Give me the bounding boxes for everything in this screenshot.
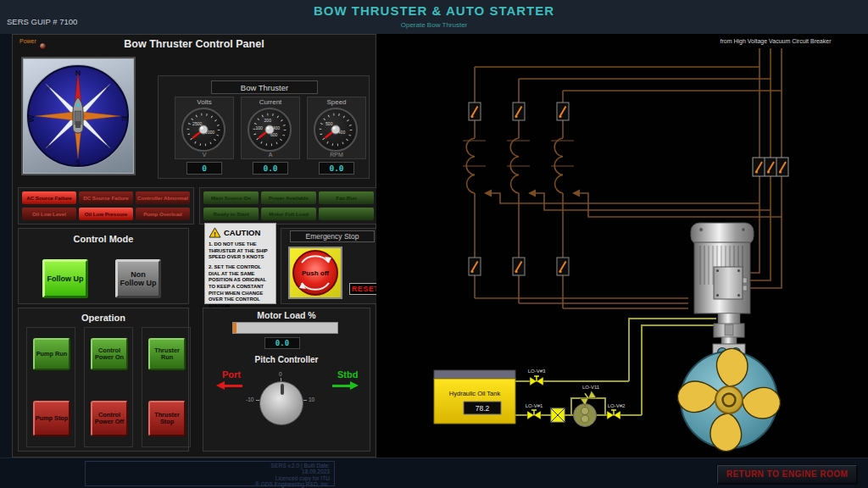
speed-gauge-label: Speed	[308, 98, 365, 106]
control-power-off-button[interactable]: Control Power Off	[91, 401, 128, 436]
caution-item-2: 2. SET THE CONTROL DIAL AT THE SAME POSI…	[209, 264, 272, 310]
gauge-group-title: Bow Thruster	[211, 80, 318, 94]
valve-lo-v1[interactable]: LO-V#1	[526, 403, 543, 419]
thruster-run-button[interactable]: Thruster Run	[148, 338, 186, 370]
breaker-icon	[557, 103, 569, 120]
control-mode-title: Control Mode	[19, 234, 188, 244]
valve-lo-v11-label: LO-V11	[582, 385, 600, 390]
lamp-power-available: Power Available	[261, 191, 316, 204]
motor-load-box: Motor Load % 0.0 Pitch Controller Port S…	[203, 308, 370, 452]
lamp-dc-source-failure: DC Source Failure	[79, 191, 133, 204]
non-follow-up-button[interactable]: Non Follow Up	[115, 259, 161, 298]
breaker-icon	[557, 258, 569, 275]
caution-title: CAUTION	[224, 228, 260, 237]
pitch-controller-title: Pitch Controller	[203, 355, 370, 364]
emergency-stop-box: Emergency Stop Push off RESET	[281, 228, 383, 304]
compass-s: S	[75, 158, 81, 167]
tank-level-value: 78.2	[476, 404, 490, 413]
breakers-upper	[469, 103, 569, 120]
build-info-line: Licenced copy for ITU	[90, 475, 330, 481]
screen: SERS GUIP # 7100 BOW THRUSTER & AUTO STA…	[0, 0, 868, 488]
valve-lo-v3[interactable]: LO-V#3	[528, 369, 546, 385]
volts-gauge-label: Volts	[175, 98, 233, 106]
operation-box: Operation Pump Run Pump Stop Control Pow…	[18, 308, 189, 452]
current-tick: 200	[264, 118, 272, 123]
control-power-on-button[interactable]: Control Power On	[91, 338, 128, 370]
control-mode-box: Control Mode Follow Up Non Follow Up	[18, 228, 189, 304]
page-title: BOW THRUSTER & AUTO STARTER	[0, 3, 868, 18]
header-bar: SERS GUIP # 7100 BOW THRUSTER & AUTO STA…	[0, 0, 868, 34]
bow-thruster-control-panel: Power Bow Thruster Control Panel	[12, 34, 376, 458]
current-gauge-label: Current	[242, 98, 299, 106]
speed-unit: RPM	[308, 152, 365, 158]
breaker-icon	[469, 258, 481, 275]
gauge-group: Bow Thruster Volts 2500 1000 V	[158, 75, 370, 179]
stbd-arrow-icon	[332, 385, 354, 387]
emergency-stop-button[interactable]: Push off	[292, 250, 338, 296]
current-readout: 0.0	[253, 162, 288, 175]
speed-tick: 500	[326, 121, 333, 126]
lamp-oil-low-pressure: Oil Low Pressure	[79, 208, 133, 220]
breaker-icon	[513, 103, 525, 120]
operation-title: Operation	[19, 313, 188, 323]
page-subtitle: Operate Bow Thruster	[0, 21, 868, 29]
hydraulic-oil-tank: Hydraulic Oil Tank 78.2	[434, 370, 515, 424]
valve-lo-v3-label: LO-V#3	[528, 369, 546, 374]
speed-gauge: Speed 500 400 RPM	[307, 97, 366, 159]
breakers-lower	[469, 258, 569, 275]
motor-load-readout: 0.0	[264, 337, 300, 349]
pump-stop-button[interactable]: Pump Stop	[33, 401, 70, 436]
speed-dial: 500 400	[314, 108, 358, 152]
system-diagram: from High Voltage Vacuum Circuit Breaker	[376, 34, 868, 458]
ship-icon	[73, 97, 83, 133]
lamp-ready-to-start: Ready to Start	[203, 208, 259, 220]
pump-column: Pump Run Pump Stop	[26, 327, 75, 447]
pitch-scale-zero: 0	[279, 371, 282, 377]
follow-up-button[interactable]: Follow Up	[42, 259, 88, 298]
hv-source-label: from High Voltage Vacuum Circuit Breaker	[721, 38, 832, 45]
motor-load-bar	[232, 322, 338, 334]
tank-label: Hydraulic Oil Tank	[449, 390, 501, 397]
lamp-main-source-on: Main Source On	[203, 191, 259, 204]
pump-run-button[interactable]: Pump Run	[33, 338, 70, 370]
oil-pump-icon	[574, 404, 597, 427]
valve-lo-v2[interactable]: LO-V#2	[607, 403, 626, 419]
compass: N S W E NE SE SW NW	[21, 57, 136, 175]
return-to-engine-room-button[interactable]: RETURN TO ENGINE ROOM	[716, 464, 858, 485]
compass-e: E	[120, 116, 129, 121]
caution-notice: ! CAUTION 1. DO NOT USE THE THRUSTER AT …	[204, 223, 276, 304]
compass-w: W	[27, 114, 36, 122]
port-arrow-icon	[220, 385, 242, 387]
build-info-line: ® GDS Engineering R&D, Inc.	[90, 481, 330, 487]
build-info-line: 18.09.2023	[90, 469, 330, 474]
lamp-ac-source-failure: AC Source Failure	[22, 191, 76, 204]
thruster-stop-button[interactable]: Thruster Stop	[148, 401, 186, 436]
lamp-spare	[319, 208, 374, 220]
propeller	[677, 348, 780, 451]
motor-load-title: Motor Load %	[203, 310, 370, 320]
diagram-svg: from High Voltage Vacuum Circuit Breaker	[376, 34, 868, 458]
build-info-line: SERS v.2.0 | Built Date:	[90, 463, 330, 469]
pitch-knob[interactable]	[259, 381, 303, 425]
stbd-label: Stbd	[337, 369, 358, 380]
current-dial: 200 100 400 600	[248, 108, 292, 152]
volts-unit: V	[175, 152, 233, 158]
thruster-column: Thruster Run Thruster Stop	[142, 327, 191, 447]
footer-bar: SERS v.2.0 | Built Date: 18.09.2023 Lice…	[0, 458, 868, 488]
current-tick: 100	[255, 125, 263, 130]
pitch-scale-max: 10	[309, 396, 314, 402]
valve-lo-v2-label: LO-V#2	[608, 403, 626, 408]
status-lamp-grid: Main Source On Power Available Fan Run R…	[199, 187, 378, 225]
compass-rose-icon: N S W E NE SE SW NW	[23, 58, 134, 174]
compass-n: N	[75, 69, 81, 77]
warning-icon: !	[209, 227, 221, 238]
panel-title: Bow Thruster Control Panel	[13, 38, 376, 50]
lamp-pump-overload: Pump Overload	[136, 208, 190, 220]
breaker-icon	[469, 103, 481, 120]
volts-gauge: Volts 2500 1000 V	[175, 97, 234, 159]
lamp-fan-run: Fan Run	[319, 191, 374, 204]
emergency-stop-title: Emergency Stop	[290, 230, 375, 242]
control-power-column: Control Power On Control Power Off	[84, 327, 133, 447]
emergency-stop-pad: Push off	[288, 247, 342, 299]
current-gauge: Current 200 100 400 600 A	[241, 97, 300, 159]
